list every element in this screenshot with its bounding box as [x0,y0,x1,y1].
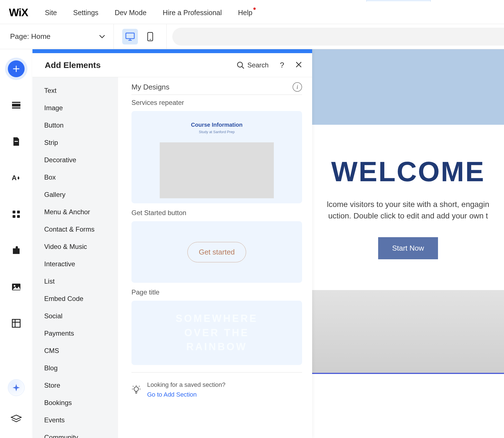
paint-drop-icon: A [12,173,21,182]
panel-title: Add Elements [45,60,101,70]
device-switcher [114,29,166,44]
category-button[interactable]: Button [44,120,118,131]
sections-button[interactable] [8,97,25,114]
category-cms[interactable]: CMS [44,345,118,356]
card-thumbnail-grid [160,142,274,198]
title-text: SOMEWHEREOVER THERAINBOW [176,312,258,354]
get-started-pill: Get started [187,242,246,262]
add-elements-panel: Add Elements Search ? Text Image Button … [32,49,312,438]
svg-rect-3 [12,104,20,107]
panel-accent-bar [32,49,312,53]
secondary-bar: Page: Home [0,24,504,49]
svg-point-15 [237,62,242,67]
design-item-get-started-button[interactable]: Get started [131,221,302,283]
category-interactive[interactable]: Interactive [44,258,118,270]
desktop-icon [125,32,135,41]
puzzle-icon [12,246,21,255]
category-image[interactable]: Image [44,102,118,114]
design-item-label: Services repeater [131,99,302,107]
divider [131,372,302,373]
section-spacer [312,374,504,408]
topnav-help[interactable]: Help [238,9,252,17]
category-payments[interactable]: Payments [44,328,118,339]
svg-rect-0 [126,33,134,39]
apps-grid-icon [12,210,20,218]
desktop-view-button[interactable] [122,29,138,44]
svg-point-13 [14,285,15,287]
category-menu-anchor[interactable]: Menu & Anchor [44,206,118,218]
category-video-music[interactable]: Video & Music [44,241,118,252]
mobile-icon [147,32,153,41]
layers-icon [11,415,22,423]
svg-rect-11 [17,215,20,218]
page-dropdown[interactable]: Page: Home [10,32,114,41]
category-list: Text Image Button Strip Decorative Box G… [32,77,118,438]
svg-point-16 [134,387,138,391]
panel-header: Add Elements Search ? [32,53,312,77]
card-title: Course Information [191,122,242,128]
category-contact-forms[interactable]: Contact & Forms [44,224,118,235]
category-community[interactable]: Community [44,432,118,438]
category-decorative[interactable]: Decorative [44,154,118,166]
start-now-button[interactable]: Start Now [378,237,438,259]
topnav-help-label: Help [238,9,252,17]
category-blog[interactable]: Blog [44,362,118,374]
panel-close-button[interactable] [295,61,302,69]
topnav-dev-mode[interactable]: Dev Mode [115,9,147,17]
category-bookings[interactable]: Bookings [44,397,118,408]
category-box[interactable]: Box [44,172,118,183]
saved-section-tip: Looking for a saved section? Go to Add S… [131,380,302,408]
wix-logo[interactable]: WiX [9,7,28,19]
svg-rect-5 [12,107,20,109]
welcome-heading[interactable]: WELCOME [312,156,504,188]
image-icon [11,283,21,291]
top-bar: WiX Site Settings Dev Mode Hire a Profes… [0,2,504,24]
category-strip[interactable]: Strip [44,137,118,148]
welcome-section: WELCOME lcome visitors to your site with… [312,125,504,259]
category-gallery[interactable]: Gallery [44,189,118,200]
panel-help-button[interactable]: ? [280,61,284,70]
category-list[interactable]: List [44,276,118,287]
layers-button[interactable] [11,415,22,424]
search-icon [237,61,244,69]
card-subtitle: Study at Sanford Prep [199,130,235,134]
apps-button[interactable] [8,206,25,223]
category-embed-code[interactable]: Embed Code [44,293,118,304]
category-text[interactable]: Text [44,85,118,96]
svg-rect-4 [12,102,20,103]
add-elements-button[interactable] [8,60,25,77]
lightbulb-icon [131,380,141,399]
svg-text:A: A [12,174,17,182]
ai-assistant-button[interactable] [8,379,25,396]
site-canvas[interactable]: WELCOME lcome visitors to your site with… [312,49,504,438]
design-item-label: Get Started button [131,209,302,217]
go-to-add-section-link[interactable]: Go to Add Section [147,390,225,399]
topnav-site[interactable]: Site [45,9,57,17]
search-label: Search [247,61,269,69]
url-bar[interactable] [172,28,504,46]
category-social[interactable]: Social [44,310,118,322]
svg-rect-6 [15,141,18,142]
mobile-view-button[interactable] [142,29,158,44]
welcome-paragraph[interactable]: lcome visitors to your site with a short… [312,199,504,222]
design-item-page-title[interactable]: SOMEWHEREOVER THERAINBOW [131,301,302,365]
page-dropdown-label: Page: Home [10,32,51,41]
media-button[interactable] [8,279,25,295]
designs-info-button[interactable]: i [293,82,302,92]
category-events[interactable]: Events [44,415,118,426]
topnav-hire-professional[interactable]: Hire a Professional [163,9,222,17]
topnav-settings[interactable]: Settings [73,9,98,17]
tip-text: Looking for a saved section? [147,380,225,390]
panel-search[interactable]: Search [237,61,269,69]
category-store[interactable]: Store [44,380,118,391]
design-button[interactable]: A [8,169,25,186]
sections-icon [11,102,21,109]
design-item-services-repeater[interactable]: Course Information Study at Sanford Prep [131,111,302,203]
chevron-down-icon [99,35,105,39]
page-icon [12,137,20,146]
cms-button[interactable] [8,315,25,332]
hero-image-placeholder [312,49,504,125]
pages-button[interactable] [8,133,25,150]
app-market-button[interactable] [8,242,25,259]
table-icon [12,319,21,328]
